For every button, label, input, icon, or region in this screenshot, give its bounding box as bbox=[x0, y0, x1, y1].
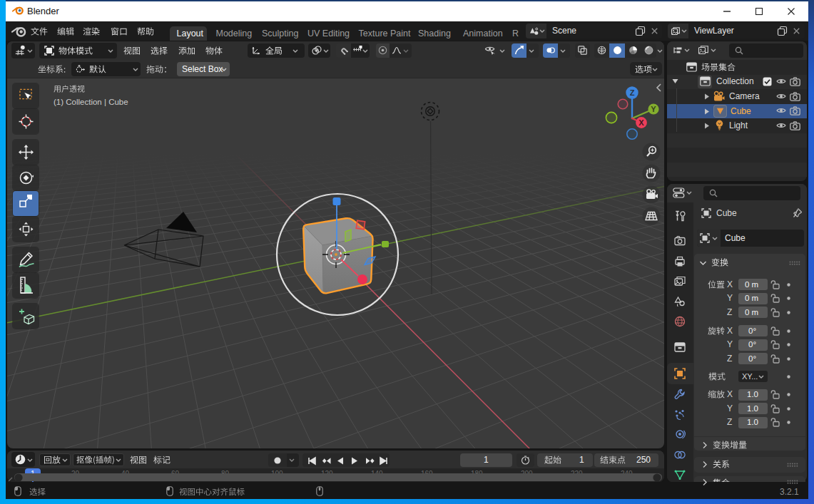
svg-text:X: X bbox=[639, 118, 644, 127]
svg-text:Z: Z bbox=[630, 88, 635, 97]
svg-text:Y: Y bbox=[651, 105, 656, 113]
